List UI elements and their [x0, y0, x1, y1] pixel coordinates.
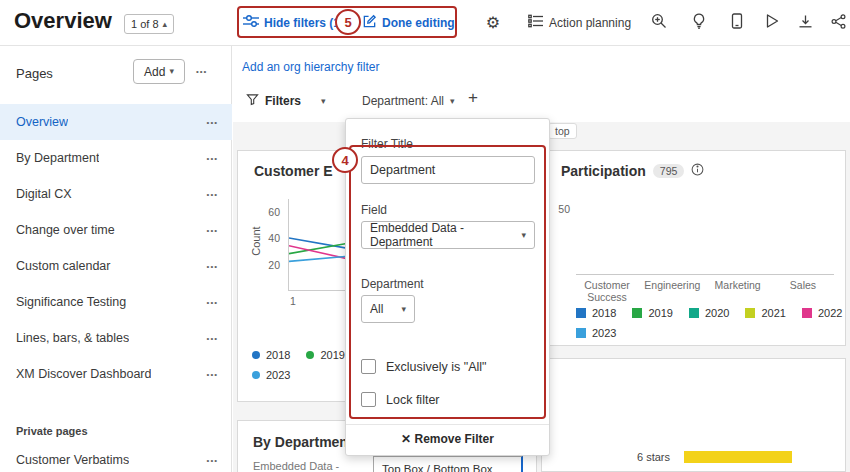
sidebar-item-overview[interactable]: Overview••• — [0, 104, 232, 140]
sidebar-item-custom-calendar[interactable]: Custom calendar••• — [0, 248, 232, 284]
field-select[interactable]: Embedded Data - Department ▾ — [361, 221, 535, 249]
remove-filter-button[interactable]: ✕ Remove Filter — [346, 432, 549, 446]
legend-swatch-icon — [689, 308, 699, 318]
item-menu-icon[interactable]: ••• — [207, 154, 218, 163]
page-pager[interactable]: 1 of 8 ▴ — [124, 14, 174, 34]
page-title: Overview — [14, 8, 112, 34]
filter-title-label: Filter Title — [361, 137, 413, 151]
annotation-circle-5: 5 — [335, 9, 361, 35]
item-menu-icon[interactable]: ••• — [207, 262, 218, 271]
lock-filter-checkbox-row[interactable]: Lock filter — [361, 392, 440, 407]
popover-divider — [346, 424, 549, 425]
sidebar-item-customer-verbatims[interactable]: Customer Verbatims••• — [0, 442, 232, 472]
legend-item-2019[interactable]: 2019 — [306, 349, 344, 361]
department-value-select[interactable]: All ▾ — [361, 295, 415, 323]
field-label: Field — [361, 203, 387, 217]
legend-item-2020[interactable]: 2020 — [689, 307, 729, 319]
legend-label: 2018 — [266, 349, 290, 361]
legend-row: 2023 — [576, 327, 842, 339]
pages-menu-icon[interactable]: ••• — [196, 67, 207, 76]
share-button[interactable] — [829, 14, 847, 32]
pages-heading: Pages — [16, 66, 53, 81]
y-tick: 40 — [260, 232, 280, 244]
item-menu-icon[interactable]: ••• — [207, 456, 218, 465]
sidebar-pages-list: Overview•••By Department•••Digital CX•••… — [0, 104, 232, 392]
item-menu-icon[interactable]: ••• — [207, 334, 218, 343]
legend-label: 2022 — [818, 307, 842, 319]
mobile-preview-button[interactable] — [728, 14, 746, 32]
sidebar-item-change-over-time[interactable]: Change over time••• — [0, 212, 232, 248]
department-value: All — [370, 302, 383, 316]
sidebar-item-label: Custom calendar — [16, 259, 111, 273]
org-hierarchy-filter-link[interactable]: Add an org hierarchy filter — [242, 60, 379, 74]
action-planning-button[interactable]: Action planning — [528, 14, 631, 31]
play-icon — [765, 13, 779, 33]
filter-title-input[interactable]: Department — [361, 156, 535, 184]
sidebar-item-label: Significance Testing — [16, 295, 126, 309]
done-editing-button[interactable]: Done editing — [362, 14, 455, 32]
legend-item-2023[interactable]: 2023 — [576, 327, 616, 339]
y-tick: 60 — [260, 206, 280, 218]
by-department-title: By Department — [253, 434, 353, 450]
sidebar-private-list: Customer Verbatims••• — [0, 442, 232, 472]
legend-item-2019[interactable]: 2019 — [632, 307, 672, 319]
pencil-square-icon — [362, 14, 377, 32]
legend-swatch-icon — [252, 371, 260, 379]
dashboard-page: Overview 1 of 8 ▴ Hide filters (1) Done … — [0, 0, 850, 472]
legend-item-2022[interactable]: 2022 — [802, 307, 842, 319]
checkbox-icon[interactable] — [361, 359, 376, 374]
legend-item-2018[interactable]: 2018 — [576, 307, 616, 319]
legend-label: 2023 — [592, 327, 616, 339]
sidebar-item-lines-bars-tables[interactable]: Lines, bars, & tables••• — [0, 320, 232, 356]
legend-label: 2018 — [592, 307, 616, 319]
legend-swatch-icon — [632, 308, 642, 318]
insights-button[interactable] — [690, 14, 708, 32]
hide-filters-button[interactable]: Hide filters (1) — [243, 14, 344, 31]
pager-text: 1 of 8 — [131, 18, 159, 30]
exclusively-label: Exclusively is "All" — [386, 360, 487, 374]
department-filter-pill[interactable]: Department: All ▾ — [362, 94, 455, 108]
add-page-button[interactable]: Add ▾ — [133, 59, 185, 84]
item-menu-icon[interactable]: ••• — [207, 190, 218, 199]
filter-title-value: Department — [370, 163, 435, 177]
item-menu-icon[interactable]: ••• — [207, 118, 218, 127]
sidebar-item-digital-cx[interactable]: Digital CX••• — [0, 176, 232, 212]
info-icon[interactable] — [691, 162, 704, 180]
play-button[interactable] — [763, 14, 781, 32]
sidebar-item-label: Overview — [16, 115, 68, 129]
add-filter-button[interactable]: + — [468, 88, 478, 108]
settings-button[interactable]: ⚙ — [484, 14, 502, 32]
sidebar-item-significance-testing[interactable]: Significance Testing••• — [0, 284, 232, 320]
hidden-tab-fragment[interactable]: top — [548, 123, 577, 139]
metric-select[interactable]: Top Box / Bottom Box — [373, 456, 523, 472]
item-menu-icon[interactable]: ••• — [207, 298, 218, 307]
sidebar-item-label: Customer Verbatims — [16, 453, 129, 467]
category-label: Marketing — [707, 279, 769, 303]
private-pages-heading: Private pages — [16, 425, 88, 437]
sidebar-item-xm-discover-dashboard[interactable]: XM Discover Dashboard••• — [0, 356, 232, 392]
add-page-label: Add — [144, 65, 165, 79]
legend-item-2021[interactable]: 2021 — [745, 307, 785, 319]
filters-label: Filters — [265, 94, 301, 108]
export-button[interactable] — [796, 14, 814, 32]
exclusively-checkbox-row[interactable]: Exclusively is "All" — [361, 359, 487, 374]
legend-item-2018[interactable]: 2018 — [252, 349, 290, 361]
legend-item-2023[interactable]: 2023 — [252, 369, 290, 381]
item-menu-icon[interactable]: ••• — [207, 370, 218, 379]
action-planning-label: Action planning — [549, 16, 631, 30]
y-tick: 20 — [260, 259, 280, 271]
sidebar-item-by-department[interactable]: By Department••• — [0, 140, 232, 176]
zoom-button[interactable] — [650, 14, 668, 32]
customer-chart-title: Customer E — [254, 163, 333, 179]
legend-swatch-icon — [576, 328, 586, 338]
count-badge: 795 — [653, 164, 685, 178]
y-tick: 50 — [550, 203, 570, 215]
remove-filter-label: Remove Filter — [415, 432, 494, 446]
zoom-in-icon — [651, 13, 667, 33]
filters-dropdown[interactable]: Filters ▾ — [246, 92, 326, 110]
legend-label: 2019 — [320, 349, 344, 361]
item-menu-icon[interactable]: ••• — [207, 226, 218, 235]
category-label: Customer Success — [576, 279, 638, 303]
legend-label: 2020 — [705, 307, 729, 319]
checkbox-icon[interactable] — [361, 392, 376, 407]
